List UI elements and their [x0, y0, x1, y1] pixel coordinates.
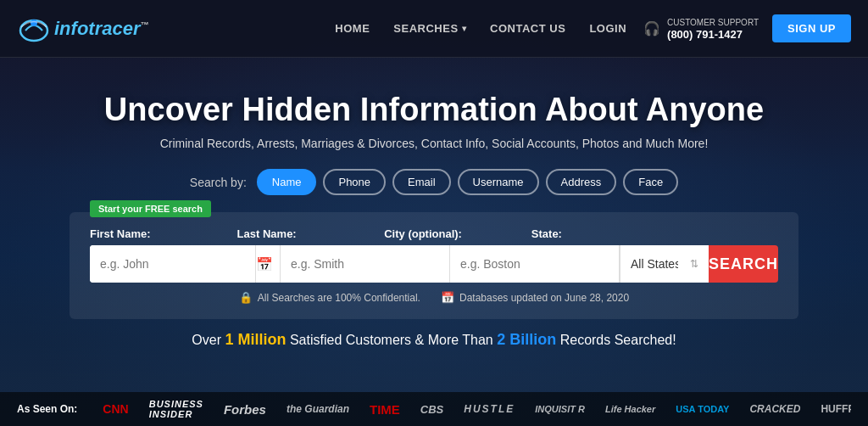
tab-name[interactable]: Name — [257, 169, 317, 195]
state-label: State: — [531, 227, 669, 240]
searches-chevron-icon: ▾ — [462, 24, 467, 33]
nav-login[interactable]: LOGIN — [589, 22, 626, 35]
search-by-label: Search by: — [190, 176, 247, 189]
hero-section: Uncover Hidden Information About Anyone … — [0, 58, 868, 349]
hero-subtitle: Criminal Records, Arrests, Marriages & D… — [160, 137, 709, 150]
seen-on-logos: CNN BUSINESSINSIDER Forbes the Guardian … — [103, 399, 851, 419]
logo-cbs: CBS — [420, 403, 443, 416]
logo-inquisit: INQUISIT R — [535, 404, 585, 414]
tab-address[interactable]: Address — [546, 169, 617, 195]
tab-email[interactable]: Email — [392, 169, 451, 195]
tab-face[interactable]: Face — [623, 169, 678, 195]
support-number: (800) 791-1427 — [667, 28, 759, 41]
lastname-label: Last Name: — [237, 227, 375, 240]
logo-guardian: the Guardian — [287, 403, 349, 415]
free-search-badge: Start your FREE search — [90, 200, 211, 217]
support-label: CUSTOMER SUPPORT — [667, 17, 759, 28]
logo-huffpost: HUFFPOST — [821, 403, 851, 415]
seen-on-label: As Seen On: — [17, 403, 77, 415]
search-form: Start your FREE search First Name: Last … — [70, 212, 798, 319]
lock-icon: 🔒 — [239, 291, 253, 304]
search-button[interactable]: SEARCH — [709, 245, 778, 283]
headset-icon: 🎧 — [643, 20, 660, 36]
database-text: Databases updated on June 28, 2020 — [459, 292, 629, 304]
stats-billion: 2 Billion — [497, 331, 556, 348]
hero-title: Uncover Hidden Information About Anyone — [104, 92, 764, 128]
state-select-wrapper: All States AlabamaAlaskaArizona Arkansas… — [620, 245, 709, 283]
nav-searches[interactable]: SEARCHES ▾ — [393, 22, 466, 35]
stats-million: 1 Million — [225, 331, 286, 348]
logo-time: TIME — [370, 402, 400, 417]
signup-button[interactable]: SIGN UP — [772, 14, 851, 42]
trust-row: 🔒 All Searches are 100% Confidential. 📅 … — [90, 291, 778, 304]
logo-business-insider: BUSINESSINSIDER — [149, 399, 203, 419]
tab-phone[interactable]: Phone — [323, 169, 386, 195]
calendar-icon: 📅 — [256, 256, 280, 272]
confidential-text: All Searches are 100% Confidential. — [258, 292, 420, 304]
logo-hustle: HUSTLE — [464, 403, 515, 415]
logo-forbes: Forbes — [224, 402, 266, 417]
logo-icon — [17, 12, 51, 46]
nav-contact[interactable]: CONTACT US — [490, 22, 565, 35]
calendar-trust-icon: 📅 — [441, 291, 454, 304]
seen-on-bar: As Seen On: CNN BUSINESSINSIDER Forbes t… — [0, 392, 868, 426]
nav-support: 🎧 CUSTOMER SUPPORT (800) 791-1427 — [643, 17, 759, 41]
logo-cracked: CRACKED — [749, 403, 800, 415]
stats-suffix: Records Searched! — [560, 333, 676, 347]
nav-home[interactable]: HOME — [335, 22, 370, 35]
form-labels: First Name: Last Name: City (optional): … — [90, 227, 778, 240]
confidential-badge: 🔒 All Searches are 100% Confidential. — [239, 291, 420, 304]
logo-cnn: CNN — [103, 402, 128, 416]
state-select[interactable]: All States AlabamaAlaskaArizona Arkansas… — [620, 245, 709, 283]
firstname-input-wrapper: 📅 — [90, 245, 281, 283]
database-badge: 📅 Databases updated on June 28, 2020 — [441, 291, 629, 304]
svg-point-1 — [31, 20, 37, 26]
form-inputs: 📅 All States AlabamaAlaskaArizona Arkans… — [90, 245, 778, 283]
logo-text: infotracer™ — [54, 18, 148, 40]
search-tabs: Search by: Name Phone Email Username Add… — [190, 169, 678, 195]
firstname-input[interactable] — [90, 245, 256, 283]
navbar: infotracer™ HOME SEARCHES ▾ CONTACT US L… — [0, 0, 868, 58]
tab-username[interactable]: Username — [458, 169, 539, 195]
stats-prefix: Over — [192, 333, 221, 347]
logo-lifehacker: Life Hacker — [605, 404, 655, 414]
logo-usatoday: USA TODAY — [676, 404, 729, 414]
lastname-input[interactable] — [281, 245, 450, 283]
firstname-label: First Name: — [90, 227, 227, 240]
city-label: City (optional): — [384, 227, 521, 240]
city-input[interactable] — [450, 245, 620, 283]
stats-row: Over 1 Million Satisfied Customers & Mor… — [192, 331, 676, 349]
stats-middle: Satisfied Customers & More Than — [290, 333, 493, 347]
logo[interactable]: infotracer™ — [17, 12, 148, 46]
nav-links: HOME SEARCHES ▾ CONTACT US LOGIN — [335, 22, 626, 35]
